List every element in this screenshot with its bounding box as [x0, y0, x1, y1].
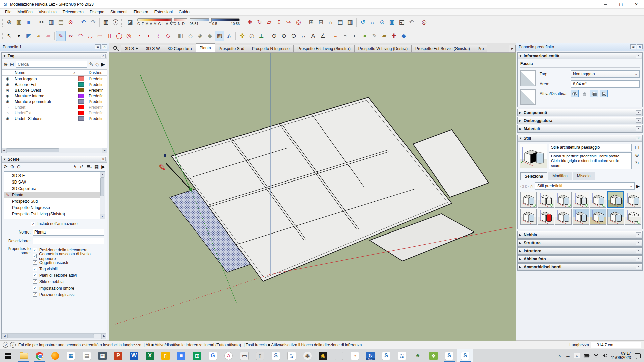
scroll-right-button[interactable]: ▶ — [102, 148, 107, 153]
eye-visible-icon[interactable]: ◉ — [2, 88, 13, 92]
shadow-date-slider[interactable] — [137, 18, 187, 21]
bezier-rect-tool-button[interactable]: ▭ — [95, 31, 105, 41]
orbit-tool-button[interactable]: ↺ — [358, 17, 368, 27]
bezier-rect2-tool-button[interactable]: ▯ — [105, 31, 114, 41]
property-checkbox[interactable]: ✓ — [33, 267, 37, 271]
forward-arrow-icon[interactable]: ▷ — [525, 184, 529, 189]
taskbar-start-button[interactable] — [0, 349, 16, 362]
tag-search-input[interactable] — [16, 61, 87, 68]
tag-dashes-value[interactable]: Predefir — [87, 105, 107, 110]
section-header[interactable]: ▶Materiali✕ — [518, 125, 642, 132]
paint-bucket-tool-button[interactable]: ◕ — [34, 31, 43, 41]
tag-row[interactable]: ◉Undet_StationsPredefir — [2, 116, 107, 121]
bezier-pie-tool-button[interactable]: ◔ — [134, 31, 144, 41]
eraser-tool-button[interactable]: ▰ — [43, 31, 53, 41]
minimize-button[interactable]: ─ — [598, 0, 613, 8]
tag-details-icon[interactable]: ▶ — [101, 61, 105, 67]
name-column-header[interactable]: Nome ∧ — [13, 70, 77, 75]
paste-button[interactable]: ▤ — [56, 17, 66, 27]
push-pull-tool-button[interactable]: ↥ — [274, 17, 284, 27]
taskbar-layout-file[interactable]: ≋ — [284, 349, 300, 362]
property-checkbox[interactable]: ✓ — [33, 286, 37, 290]
property-checkbox[interactable]: ✓ — [33, 292, 37, 297]
create-style-icon[interactable]: ⊕ — [635, 152, 639, 158]
menu-telecamera[interactable]: Telecamera — [60, 9, 87, 15]
property-checkbox-row[interactable]: ✓Geometria nascosta di livello superiore — [33, 253, 104, 259]
section-header[interactable]: ▶Abbina foto✕ — [518, 256, 642, 262]
property-checkbox-row[interactable]: ✓Posizione degli assi — [33, 291, 104, 298]
rename-tag-icon[interactable]: ✎ — [89, 61, 93, 67]
tag-color-cell[interactable] — [77, 88, 87, 92]
tag-row[interactable]: ○UndetExtPredefir — [2, 110, 107, 116]
tag-color-cell[interactable] — [77, 111, 87, 115]
tag-color-swatch[interactable] — [78, 88, 84, 92]
tag-color-swatch[interactable] — [78, 99, 84, 104]
section-header[interactable]: ▶Nebbia✕ — [518, 231, 642, 238]
entity-info-header[interactable]: ▼ Informazioni entità ✕ — [518, 53, 642, 59]
back-arrow-icon[interactable]: ◁ — [520, 184, 524, 189]
menu-disegno[interactable]: Disegno — [87, 9, 107, 15]
add-tag-folder-icon[interactable]: ⊞ — [10, 61, 14, 67]
bezier-arc-tool-button[interactable]: ◡ — [85, 31, 95, 41]
face-monochrome-button[interactable]: ◆ — [205, 31, 215, 41]
toolbar-grip[interactable] — [2, 32, 4, 40]
make-component-tool-button[interactable]: ◩ — [24, 31, 34, 41]
battery-icon[interactable] — [584, 354, 590, 358]
front-material-swatch[interactable] — [520, 70, 536, 86]
taskbar-remote-monitor[interactable]: ▭ — [236, 349, 252, 362]
styles-tab-miscela[interactable]: Miscela — [573, 172, 595, 180]
fog-toggle-button[interactable]: ● — [360, 31, 370, 41]
add-tag-icon[interactable]: ⊕ — [4, 61, 8, 67]
menu-estensioni[interactable]: Estensioni — [151, 9, 176, 15]
undo-button[interactable]: ↶ — [78, 17, 88, 27]
tag-color-cell[interactable] — [77, 76, 87, 81]
property-checkbox[interactable]: ✓ — [33, 273, 37, 277]
section-close[interactable]: ✕ — [636, 249, 641, 253]
include-animation-row[interactable]: ✓ Includi nell'animazione — [2, 220, 107, 228]
menu-modifica[interactable]: Modifica — [14, 9, 36, 15]
move-scene-down-icon[interactable]: ↱ — [80, 164, 84, 169]
tray-chevron-icon[interactable]: ∧ — [558, 353, 561, 358]
cast-shadows-toggle[interactable] — [590, 90, 598, 97]
zoom-window-tool-button[interactable]: ▣ — [387, 17, 397, 27]
wifi-icon[interactable] — [593, 354, 599, 358]
scroll-track[interactable] — [7, 148, 102, 153]
section-close[interactable]: ✕ — [636, 265, 641, 269]
style-name-field[interactable]: Stile architettura paesaggio — [549, 144, 632, 151]
bezier-polygon-tool-button[interactable]: ◇ — [163, 31, 173, 41]
material-sample-button[interactable]: ▰ — [379, 31, 389, 41]
property-checkbox[interactable]: ✓ — [33, 260, 37, 265]
style-thumbnail-14[interactable] — [625, 209, 641, 225]
property-checkbox-row[interactable]: ✓Piani di sezione attivi — [33, 272, 104, 278]
tag-row[interactable]: ◉Murature internePredefir — [2, 93, 107, 99]
update-scene-icon[interactable]: ⟳ — [4, 164, 8, 169]
notifications-icon[interactable] — [635, 353, 641, 358]
scene-item[interactable]: ✎Prospetto Sud — [4, 198, 100, 204]
bezier-spline-tool-button[interactable]: ≀ — [153, 31, 163, 41]
model-viewport[interactable]: ✎ — [109, 53, 516, 341]
scene-tab-3d-s-e[interactable]: 3D S-E — [121, 45, 142, 52]
maximize-button[interactable]: ▢ — [613, 0, 629, 8]
scene-tab-3d-copertura[interactable]: 3D Copertura — [164, 45, 196, 52]
taskbar-google-slides[interactable]: ▯ — [158, 349, 173, 362]
style-thumbnail-9[interactable] — [538, 209, 554, 225]
menu-strumenti[interactable]: Strumenti — [107, 9, 130, 15]
taskbar-word[interactable]: W — [126, 349, 142, 362]
copy-button[interactable]: ▥ — [46, 17, 56, 27]
stamp-tool-button[interactable]: ✚ — [389, 31, 399, 41]
section-close[interactable]: ✕ — [636, 118, 641, 123]
add-scene-icon[interactable]: ⊕ — [10, 164, 14, 169]
eye-visible-icon[interactable]: ◉ — [2, 94, 13, 98]
bezier-circle-tool-button[interactable]: ◎ — [124, 31, 134, 41]
geolocation-help-icon[interactable]: ? — [3, 342, 8, 348]
taskbar-chrome[interactable] — [32, 349, 47, 362]
visible-toggle[interactable] — [571, 90, 579, 97]
section-header[interactable]: ▶Componenti✕ — [518, 109, 642, 116]
taskbar-sketchup-file[interactable]: S — [268, 349, 284, 362]
taskbar-screen-recorder[interactable]: ◉ — [315, 349, 331, 362]
property-checkbox-row[interactable]: ✓Impostazioni ombre — [33, 285, 104, 291]
scene-tab-pro[interactable]: Pro — [474, 45, 487, 52]
scene-name-input[interactable] — [33, 229, 104, 236]
taskbar-g-app[interactable]: G — [205, 349, 221, 362]
color-column-header[interactable] — [77, 70, 87, 75]
